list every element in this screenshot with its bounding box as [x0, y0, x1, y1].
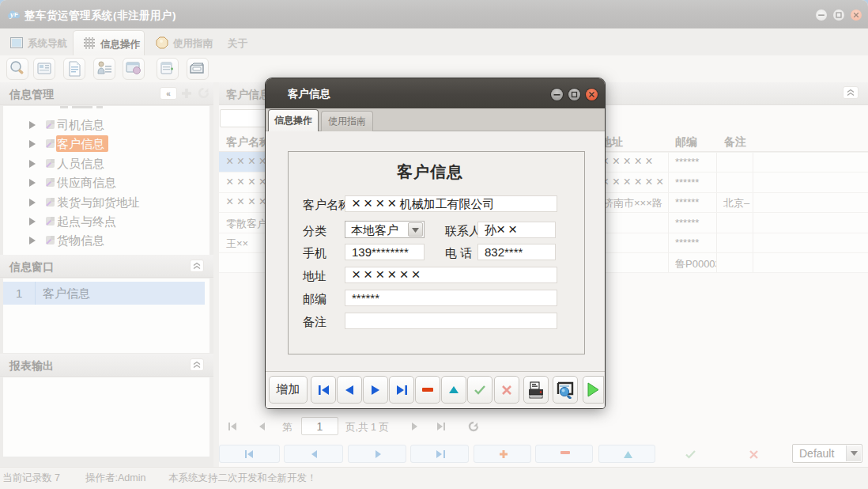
- svg-text:F: F: [14, 11, 18, 18]
